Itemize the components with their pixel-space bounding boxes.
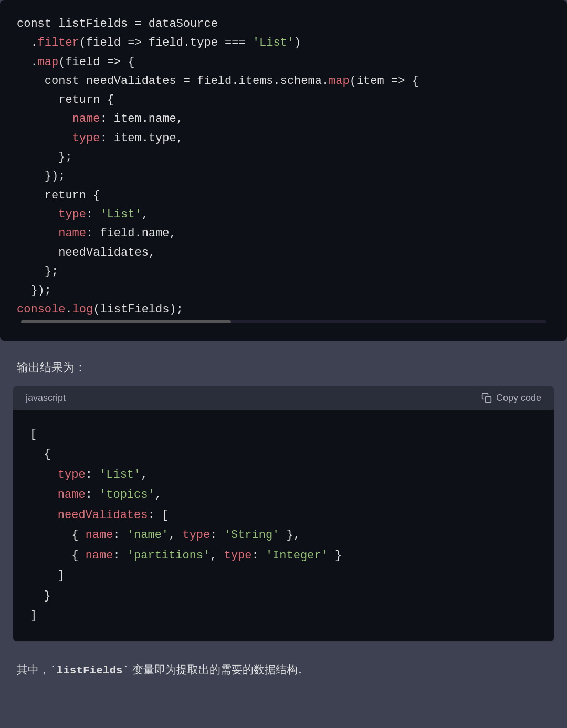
code-line-5: return { (17, 93, 114, 107)
scrollbar-thumb (21, 320, 231, 323)
code-line-13: needValidates, (17, 246, 155, 259)
code-output-content: [ { type: 'List', name: 'topics', needVa… (13, 410, 554, 641)
copy-code-button[interactable]: Copy code (481, 393, 541, 404)
copy-icon (481, 393, 492, 403)
code-line-7: type: item.type, (17, 132, 183, 145)
code-line-3: .map(field => { (17, 56, 134, 69)
output-pre: [ { type: 'List', name: 'topics', needVa… (30, 425, 537, 627)
out-line-10: ] (30, 609, 37, 623)
code-line-8: }; (17, 151, 72, 164)
out-line-3: type: 'List', (30, 468, 148, 481)
code-lang-label: javascript (26, 393, 66, 404)
out-line-4: name: 'topics', (30, 488, 162, 501)
code-line-9: }); (17, 170, 65, 183)
code-line-14: }; (17, 265, 58, 278)
out-line-6: { name: 'name', type: 'String' }, (30, 529, 300, 542)
code-line-11: type: 'List', (17, 208, 149, 221)
code-line-2: .filter(field => field.type === 'List') (17, 36, 301, 49)
code-line-12: name: field.name, (17, 227, 176, 240)
out-line-7: { name: 'partitions', type: 'Integer' } (30, 549, 342, 562)
code-line-4: const needValidates = field.items.schema… (17, 75, 419, 88)
out-line-2: { (30, 448, 51, 461)
section-label: 输出结果为： (0, 341, 567, 386)
out-line-9: } (30, 589, 51, 603)
out-line-5: needValidates: [ (30, 509, 169, 522)
output-block-wrapper: javascript Copy code [ { type: 'List', n… (0, 386, 567, 642)
footer-text: 其中，`listFields` 变量即为提取出的需要的数据结构。 (0, 642, 567, 699)
svg-rect-0 (485, 397, 491, 403)
code-block-header: javascript Copy code (13, 386, 554, 410)
scrollbar-track (21, 320, 546, 323)
out-line-1: [ (30, 428, 37, 441)
code-line-6: name: item.name, (17, 112, 183, 125)
copy-label: Copy code (496, 393, 541, 404)
top-code-block: const listFields = dataSource .filter(fi… (0, 0, 567, 341)
out-line-8: ] (30, 569, 65, 582)
code-line-16: console.log(listFields); (17, 303, 183, 316)
page-container: const listFields = dataSource .filter(fi… (0, 0, 567, 698)
code-line-10: return { (17, 189, 100, 202)
output-code-block: javascript Copy code [ { type: 'List', n… (13, 386, 554, 642)
code-line-15: }); (17, 284, 51, 297)
footer-code: `listFields` (50, 664, 129, 677)
code-line-1: const listFields = dataSource (17, 17, 218, 30)
top-code-pre: const listFields = dataSource .filter(fi… (17, 15, 550, 320)
scrollbar[interactable] (17, 320, 550, 326)
